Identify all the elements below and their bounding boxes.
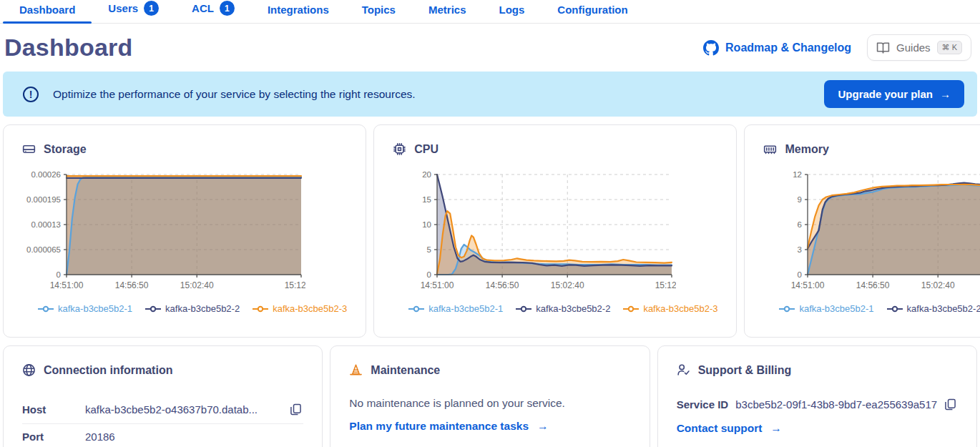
memory-y-tick: 9 [798, 195, 802, 204]
storage-x-tick: 15:02:40 [180, 280, 214, 290]
globe-icon [22, 363, 36, 377]
maintenance-title: Maintenance [371, 364, 440, 377]
tab-topics[interactable]: Topics [362, 4, 396, 23]
upgrade-banner: ! Optimize the performance of your servi… [3, 72, 977, 117]
memory-y-tick: 3 [798, 245, 802, 254]
tab-users[interactable]: Users 1 [108, 1, 159, 23]
memory-card-title: Memory [763, 142, 980, 156]
roadmap-changelog-link[interactable]: Roadmap & Changelog [703, 40, 851, 56]
arrow-right-icon: → [770, 422, 782, 435]
tab-acl-label: ACL [192, 2, 214, 14]
header-actions: Roadmap & Changelog Guides ⌘ K [703, 34, 971, 61]
legend-marker-icon [516, 305, 531, 313]
contact-support-label: Contact support [677, 422, 763, 435]
memory-legend-item[interactable]: kafka-b3cbe5b2-2 [887, 303, 980, 314]
copy-service-id-button[interactable] [943, 397, 958, 412]
cpu-y-tick: 15 [422, 195, 431, 204]
metrics-card-row: Storage 00.0000650.000130.0001950.000261… [3, 124, 977, 338]
memory-ram-icon [763, 142, 777, 156]
connection-table: Host kafka-b3cbe5b2-o43637b70.datab... P… [22, 396, 303, 447]
guides-shortcut-badge: ⌘ K [937, 41, 962, 54]
storage-chart: 00.0000650.000130.0001950.0002614:51:001… [22, 169, 347, 298]
storage-x-tick: 14:51:00 [50, 280, 84, 290]
legend-marker-icon [253, 305, 268, 313]
memory-x-tick: 14:51:00 [791, 280, 825, 290]
tab-logs[interactable]: Logs [499, 4, 525, 23]
cpu-x-tick: 15:02:40 [551, 280, 584, 290]
tab-logs-label: Logs [499, 4, 525, 16]
page-title: Dashboard [4, 34, 132, 62]
storage-y-tick: 0.000065 [26, 245, 61, 254]
storage-y-tick: 0.00026 [31, 170, 61, 179]
legend-marker-icon [623, 305, 639, 313]
contact-support-link[interactable]: Contact support → [677, 422, 782, 435]
port-row: Port 20186 [22, 423, 303, 447]
service-id-row: Service ID b3cbe5b2-09f1-43b8-9bd7-ea255… [677, 397, 958, 412]
cpu-legend-item[interactable]: kafka-b3cbe5b2-1 [408, 303, 503, 314]
memory-y-tick: 12 [793, 170, 803, 179]
tab-topics-label: Topics [362, 4, 396, 16]
tab-metrics-label: Metrics [428, 4, 466, 16]
storage-legend-item[interactable]: kafka-b3cbe5b2-2 [145, 303, 240, 314]
tab-acl[interactable]: ACL 1 [192, 1, 235, 23]
cpu-chart-svg: 0510152014:51:0014:56:5015:02:4015:12:00 [393, 169, 676, 295]
connection-card-title: Connection information [22, 363, 303, 377]
tab-integrations-label: Integrations [268, 4, 329, 16]
legend-marker-icon [408, 305, 424, 313]
cpu-y-tick: 10 [422, 220, 431, 229]
legend-series-label: kafka-b3cbe5b2-2 [907, 303, 980, 314]
cpu-y-tick: 20 [422, 170, 431, 179]
tab-dashboard[interactable]: Dashboard [19, 4, 75, 23]
active-tab-underline [3, 21, 92, 24]
storage-chart-svg: 00.0000650.000130.0001950.0002614:51:001… [22, 169, 305, 295]
cpu-card: CPU 0510152014:51:0014:56:5015:02:4015:1… [373, 124, 737, 338]
page-header: Dashboard Roadmap & Changelog Guides ⌘ K [0, 24, 980, 70]
memory-legend: kafka-b3cbe5b2-1kafka-b3cbe5b2-2kafka-b3… [763, 303, 980, 314]
info-exclamation-icon: ! [23, 87, 39, 102]
connection-title: Connection information [44, 364, 172, 377]
users-count-badge: 1 [144, 1, 159, 16]
legend-series-label: kafka-b3cbe5b2-1 [799, 303, 873, 314]
service-tab-bar: Dashboard Users 1 ACL 1 Integrations Top… [0, 0, 980, 24]
legend-marker-icon [38, 305, 54, 313]
storage-x-tick: 14:56:50 [115, 280, 149, 290]
storage-x-tick: 15:12:00 [285, 280, 305, 290]
host-row: Host kafka-b3cbe5b2-o43637b70.datab... [22, 396, 303, 423]
tab-integrations[interactable]: Integrations [268, 4, 329, 23]
memory-chart-svg: 03691214:51:0014:56:5015:02:4015:12:00 [763, 169, 980, 295]
memory-legend-item[interactable]: kafka-b3cbe5b2-1 [779, 303, 873, 314]
cpu-title: CPU [414, 143, 438, 156]
tab-dashboard-label: Dashboard [19, 4, 75, 16]
upgrade-plan-label: Upgrade your plan [838, 88, 933, 100]
legend-series-label: kafka-b3cbe5b2-1 [428, 303, 503, 314]
legend-series-label: kafka-b3cbe5b2-2 [536, 303, 610, 314]
cpu-legend-item[interactable]: kafka-b3cbe5b2-2 [516, 303, 610, 314]
kafka-service-dashboard: Dashboard Users 1 ACL 1 Integrations Top… [0, 0, 980, 447]
storage-legend-item[interactable]: kafka-b3cbe5b2-3 [253, 303, 347, 314]
copy-host-button[interactable] [288, 402, 303, 417]
support-title: Support & Billing [698, 364, 792, 377]
support-billing-card: Support & Billing Service ID b3cbe5b2-09… [657, 345, 977, 447]
storage-legend-item[interactable]: kafka-b3cbe5b2-1 [38, 303, 132, 314]
memory-title: Memory [785, 143, 828, 156]
guides-button[interactable]: Guides ⌘ K [867, 34, 971, 61]
upgrade-plan-button[interactable]: Upgrade your plan → [824, 80, 964, 108]
host-value: kafka-b3cbe5b2-o43637b70.datab... [85, 403, 258, 416]
hard-drive-icon [22, 142, 36, 156]
storage-card-title: Storage [22, 142, 347, 156]
tab-metrics[interactable]: Metrics [428, 4, 466, 23]
cpu-x-tick: 14:56:50 [486, 280, 519, 290]
legend-marker-icon [779, 305, 795, 313]
tab-configuration-label: Configuration [557, 4, 627, 16]
traffic-cone-icon [349, 363, 363, 377]
cpu-legend-item[interactable]: kafka-b3cbe5b2-3 [623, 303, 717, 314]
legend-series-label: kafka-b3cbe5b2-3 [643, 303, 717, 314]
cpu-y-tick: 0 [427, 270, 431, 279]
arrow-right-icon: → [940, 88, 951, 100]
storage-card: Storage 00.0000650.000130.0001950.000261… [3, 124, 366, 338]
connection-information-card: Connection information Host kafka-b3cbe5… [3, 345, 323, 447]
legend-series-label: kafka-b3cbe5b2-1 [58, 303, 132, 314]
plan-maintenance-link[interactable]: Plan my future maintenance tasks → [349, 420, 548, 433]
acl-count-badge: 1 [220, 1, 235, 16]
tab-configuration[interactable]: Configuration [557, 4, 627, 23]
